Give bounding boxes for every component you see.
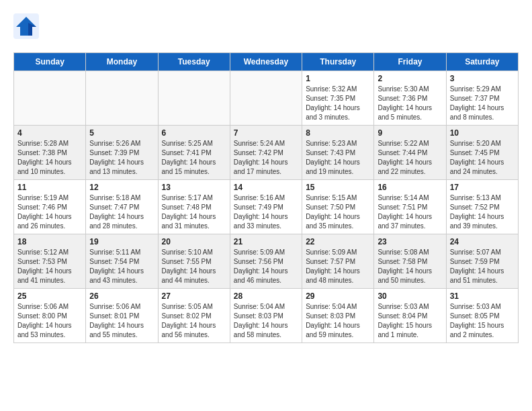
- day-info: Sunrise: 5:12 AM Sunset: 7:53 PM Dayligh…: [17, 248, 82, 285]
- day-info: Sunrise: 5:20 AM Sunset: 7:45 PM Dayligh…: [450, 139, 515, 177]
- day-info: Sunrise: 5:23 AM Sunset: 7:43 PM Dayligh…: [306, 139, 370, 177]
- calendar-cell: 12Sunrise: 5:18 AM Sunset: 7:47 PM Dayli…: [86, 180, 158, 234]
- calendar-cell: 2Sunrise: 5:30 AM Sunset: 7:36 PM Daylig…: [374, 71, 446, 126]
- day-number: 21: [234, 237, 298, 246]
- day-info: Sunrise: 5:26 AM Sunset: 7:39 PM Dayligh…: [89, 139, 154, 177]
- header-sunday: Sunday: [14, 53, 86, 71]
- day-info: Sunrise: 5:08 AM Sunset: 7:58 PM Dayligh…: [378, 248, 442, 285]
- day-number: 1: [306, 74, 370, 83]
- day-info: Sunrise: 5:03 AM Sunset: 8:04 PM Dayligh…: [378, 302, 442, 340]
- day-number: 24: [450, 237, 515, 246]
- calendar-cell: 1Sunrise: 5:32 AM Sunset: 7:35 PM Daylig…: [302, 71, 374, 126]
- day-number: 9: [378, 128, 442, 138]
- day-number: 18: [17, 237, 82, 246]
- calendar-cell: 18Sunrise: 5:12 AM Sunset: 7:53 PM Dayli…: [14, 234, 86, 289]
- day-number: 10: [450, 128, 515, 138]
- calendar-cell: 17Sunrise: 5:13 AM Sunset: 7:52 PM Dayli…: [446, 180, 518, 234]
- day-number: 25: [17, 291, 82, 301]
- calendar-cell: 26Sunrise: 5:06 AM Sunset: 8:01 PM Dayli…: [86, 289, 158, 343]
- calendar-cell: 31Sunrise: 5:03 AM Sunset: 8:05 PM Dayli…: [446, 289, 518, 343]
- day-info: Sunrise: 5:28 AM Sunset: 7:38 PM Dayligh…: [17, 139, 82, 177]
- day-number: 26: [89, 291, 154, 301]
- day-info: Sunrise: 5:09 AM Sunset: 7:56 PM Dayligh…: [234, 248, 298, 285]
- day-info: Sunrise: 5:05 AM Sunset: 8:02 PM Dayligh…: [162, 302, 226, 340]
- day-number: 29: [306, 291, 370, 301]
- day-info: Sunrise: 5:15 AM Sunset: 7:50 PM Dayligh…: [306, 193, 370, 231]
- calendar-cell: 24Sunrise: 5:07 AM Sunset: 7:59 PM Dayli…: [446, 234, 518, 289]
- day-number: 23: [378, 237, 442, 246]
- day-number: 15: [306, 183, 370, 192]
- calendar-header-row: SundayMondayTuesdayWednesdayThursdayFrid…: [14, 53, 519, 71]
- day-info: Sunrise: 5:09 AM Sunset: 7:57 PM Dayligh…: [306, 248, 370, 285]
- day-info: Sunrise: 5:32 AM Sunset: 7:35 PM Dayligh…: [306, 85, 370, 122]
- calendar-cell: 13Sunrise: 5:17 AM Sunset: 7:48 PM Dayli…: [158, 180, 230, 234]
- day-info: Sunrise: 5:29 AM Sunset: 7:37 PM Dayligh…: [450, 85, 515, 122]
- calendar-cell: 19Sunrise: 5:11 AM Sunset: 7:54 PM Dayli…: [86, 234, 158, 289]
- calendar-cell: 20Sunrise: 5:10 AM Sunset: 7:55 PM Dayli…: [158, 234, 230, 289]
- calendar-cell: [86, 71, 158, 126]
- day-info: Sunrise: 5:17 AM Sunset: 7:48 PM Dayligh…: [162, 193, 226, 231]
- header-monday: Monday: [86, 53, 158, 71]
- day-number: 16: [378, 183, 442, 192]
- day-number: 19: [89, 237, 154, 246]
- calendar-cell: 16Sunrise: 5:14 AM Sunset: 7:51 PM Dayli…: [374, 180, 446, 234]
- day-info: Sunrise: 5:07 AM Sunset: 7:59 PM Dayligh…: [450, 248, 515, 285]
- day-info: Sunrise: 5:04 AM Sunset: 8:03 PM Dayligh…: [306, 302, 370, 340]
- day-info: Sunrise: 5:06 AM Sunset: 8:00 PM Dayligh…: [17, 302, 82, 340]
- day-number: 11: [17, 183, 82, 192]
- day-info: Sunrise: 5:24 AM Sunset: 7:42 PM Dayligh…: [234, 139, 298, 177]
- day-number: 12: [89, 183, 154, 192]
- calendar-cell: 23Sunrise: 5:08 AM Sunset: 7:58 PM Dayli…: [374, 234, 446, 289]
- calendar-cell: 5Sunrise: 5:26 AM Sunset: 7:39 PM Daylig…: [86, 126, 158, 180]
- calendar-cell: 3Sunrise: 5:29 AM Sunset: 7:37 PM Daylig…: [446, 71, 518, 126]
- calendar-week-1: 1Sunrise: 5:32 AM Sunset: 7:35 PM Daylig…: [14, 71, 519, 126]
- calendar-cell: 25Sunrise: 5:06 AM Sunset: 8:00 PM Dayli…: [14, 289, 86, 343]
- day-info: Sunrise: 5:04 AM Sunset: 8:03 PM Dayligh…: [234, 302, 298, 340]
- day-number: 3: [450, 74, 515, 83]
- calendar-week-2: 4Sunrise: 5:28 AM Sunset: 7:38 PM Daylig…: [14, 126, 519, 180]
- calendar-week-5: 25Sunrise: 5:06 AM Sunset: 8:00 PM Dayli…: [14, 289, 519, 343]
- day-info: Sunrise: 5:10 AM Sunset: 7:55 PM Dayligh…: [162, 248, 226, 285]
- day-info: Sunrise: 5:11 AM Sunset: 7:54 PM Dayligh…: [89, 248, 154, 285]
- day-number: 13: [162, 183, 226, 192]
- calendar-cell: 6Sunrise: 5:25 AM Sunset: 7:41 PM Daylig…: [158, 126, 230, 180]
- calendar-cell: [14, 71, 86, 126]
- calendar-cell: 10Sunrise: 5:20 AM Sunset: 7:45 PM Dayli…: [446, 126, 518, 180]
- day-number: 7: [234, 128, 298, 138]
- calendar-cell: 27Sunrise: 5:05 AM Sunset: 8:02 PM Dayli…: [158, 289, 230, 343]
- day-number: 30: [378, 291, 442, 301]
- calendar-cell: 22Sunrise: 5:09 AM Sunset: 7:57 PM Dayli…: [302, 234, 374, 289]
- day-info: Sunrise: 5:03 AM Sunset: 8:05 PM Dayligh…: [450, 302, 515, 340]
- calendar-cell: [158, 71, 230, 126]
- calendar-cell: 4Sunrise: 5:28 AM Sunset: 7:38 PM Daylig…: [14, 126, 86, 180]
- calendar-week-3: 11Sunrise: 5:19 AM Sunset: 7:46 PM Dayli…: [14, 180, 519, 234]
- day-info: Sunrise: 5:06 AM Sunset: 8:01 PM Dayligh…: [89, 302, 154, 340]
- calendar-cell: 8Sunrise: 5:23 AM Sunset: 7:43 PM Daylig…: [302, 126, 374, 180]
- day-number: 17: [450, 183, 515, 192]
- header-friday: Friday: [374, 53, 446, 71]
- day-info: Sunrise: 5:13 AM Sunset: 7:52 PM Dayligh…: [450, 193, 515, 231]
- calendar-cell: 7Sunrise: 5:24 AM Sunset: 7:42 PM Daylig…: [230, 126, 302, 180]
- day-number: 22: [306, 237, 370, 246]
- page-header: [13, 13, 519, 42]
- calendar-cell: 29Sunrise: 5:04 AM Sunset: 8:03 PM Dayli…: [302, 289, 374, 343]
- day-info: Sunrise: 5:16 AM Sunset: 7:49 PM Dayligh…: [234, 193, 298, 231]
- day-number: 2: [378, 74, 442, 83]
- day-number: 20: [162, 237, 226, 246]
- calendar-cell: 21Sunrise: 5:09 AM Sunset: 7:56 PM Dayli…: [230, 234, 302, 289]
- logo-icon: [13, 13, 39, 39]
- calendar-table: SundayMondayTuesdayWednesdayThursdayFrid…: [13, 52, 519, 343]
- day-number: 27: [162, 291, 226, 301]
- day-number: 8: [306, 128, 370, 138]
- header-tuesday: Tuesday: [158, 53, 230, 71]
- day-info: Sunrise: 5:18 AM Sunset: 7:47 PM Dayligh…: [89, 193, 154, 231]
- day-info: Sunrise: 5:22 AM Sunset: 7:44 PM Dayligh…: [378, 139, 442, 177]
- calendar-cell: 11Sunrise: 5:19 AM Sunset: 7:46 PM Dayli…: [14, 180, 86, 234]
- calendar-week-4: 18Sunrise: 5:12 AM Sunset: 7:53 PM Dayli…: [14, 234, 519, 289]
- logo: [13, 13, 43, 42]
- header-thursday: Thursday: [302, 53, 374, 71]
- calendar-cell: [230, 71, 302, 126]
- day-number: 4: [17, 128, 82, 138]
- day-number: 5: [89, 128, 154, 138]
- day-number: 31: [450, 291, 515, 301]
